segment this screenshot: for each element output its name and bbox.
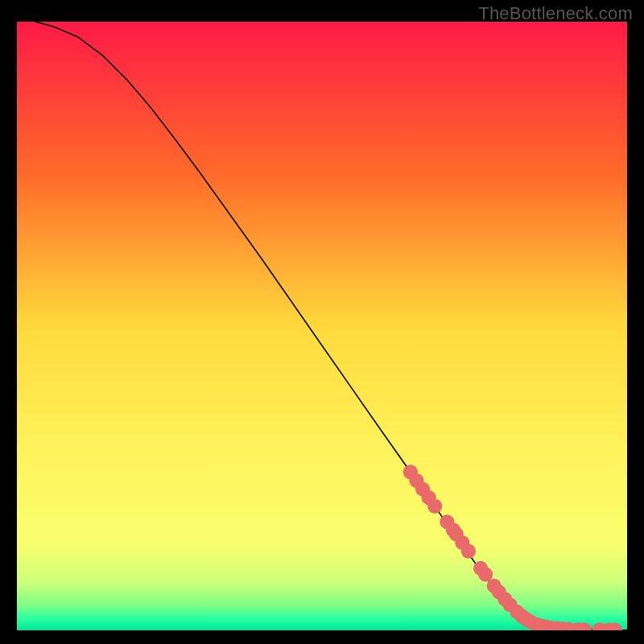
gradient-background — [17, 22, 627, 630]
chart-container: TheBottleneck.com — [0, 0, 644, 644]
data-marker — [427, 499, 442, 514]
data-marker — [461, 544, 476, 559]
plot-area — [17, 22, 627, 630]
chart-svg — [17, 22, 627, 630]
